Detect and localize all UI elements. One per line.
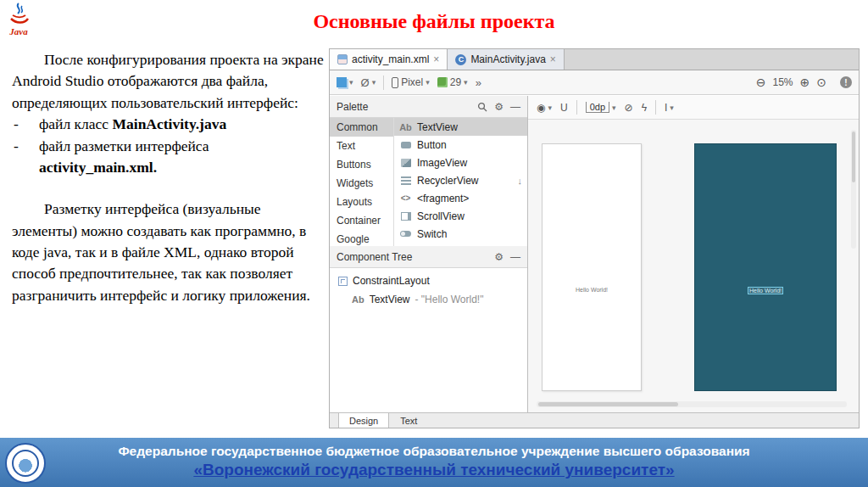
close-icon[interactable]: × bbox=[550, 54, 556, 64]
scrollview-icon bbox=[399, 212, 412, 221]
toolbar-overflow-icon[interactable]: » bbox=[476, 76, 481, 89]
component-tree-panel: Component Tree ⚙ — ConstraintLayout Ab T… bbox=[330, 246, 527, 412]
blueprint-preview-phone[interactable]: Hello World! bbox=[694, 143, 837, 391]
category-layouts[interactable]: Layouts bbox=[330, 193, 393, 211]
editor-mode-tabs: Design Text bbox=[330, 412, 859, 428]
hello-world-text[interactable]: Hello World! bbox=[576, 287, 608, 293]
tree-item-constraintlayout[interactable]: ConstraintLayout bbox=[330, 271, 527, 290]
zoom-fit-icon[interactable]: ⊙ bbox=[816, 76, 826, 88]
palette-components: Ab TextView Button ImageView bbox=[394, 118, 527, 246]
bullet-mainactivity: - файл класс MainActivity.java bbox=[12, 114, 327, 135]
footer-institution-line: Федеральное государственное бюджетное об… bbox=[0, 444, 868, 459]
textview-icon: Ab bbox=[352, 294, 364, 305]
bullet-activity-main: - файл разметки интерфейса activity_main… bbox=[12, 136, 327, 179]
api-level-icon bbox=[437, 77, 448, 87]
search-icon[interactable] bbox=[477, 102, 487, 112]
category-common[interactable]: Common bbox=[330, 118, 393, 137]
recyclerview-icon bbox=[399, 176, 412, 185]
margin-value: 0dp bbox=[586, 102, 609, 113]
category-widgets[interactable]: Widgets bbox=[330, 174, 393, 193]
close-icon[interactable]: × bbox=[433, 54, 439, 64]
minimize-icon[interactable]: — bbox=[510, 252, 520, 262]
hello-world-text-selected[interactable]: Hello World! bbox=[748, 287, 783, 294]
palette-panel: Palette ⚙ — Common Text Buttons bbox=[330, 96, 527, 246]
body-text: После конфигурирования проекта на экране… bbox=[12, 49, 327, 306]
chevron-down-icon: ▾ bbox=[464, 78, 468, 87]
component-textview[interactable]: Ab TextView bbox=[394, 118, 527, 136]
tree-item-label: TextView bbox=[370, 294, 410, 305]
guideline-icon: I bbox=[665, 102, 667, 114]
tab-activity-main-xml[interactable]: activity_main.xml × bbox=[330, 49, 448, 70]
zoom-out-icon[interactable]: ⊖ bbox=[756, 76, 766, 88]
guidelines-selector[interactable]: I ▾ bbox=[665, 102, 674, 114]
category-buttons[interactable]: Buttons bbox=[330, 155, 393, 174]
bullet-text: файл класс MainActivity.java bbox=[39, 115, 226, 132]
scrollbar-thumb[interactable] bbox=[852, 132, 855, 182]
design-surface-toolbar: ◉ ▾ U 0dp ▾ ⊘ ϟ I bbox=[528, 96, 859, 120]
component-button[interactable]: Button bbox=[394, 136, 527, 154]
component-tree-title: Component Tree bbox=[337, 251, 412, 263]
gear-icon[interactable]: ⚙ bbox=[494, 252, 504, 262]
device-selector[interactable]: Pixel ▾ bbox=[392, 76, 430, 88]
component-tree-body: ConstraintLayout Ab TextView - "Hello Wo… bbox=[330, 268, 527, 412]
minimize-icon[interactable]: — bbox=[510, 102, 520, 112]
component-imageview[interactable]: ImageView bbox=[394, 154, 527, 171]
fragment-icon: <> bbox=[399, 193, 412, 203]
toolbar-divider bbox=[576, 100, 577, 115]
vertical-scrollbar[interactable] bbox=[851, 130, 856, 249]
android-studio-window: activity_main.xml × C MainActivity.java … bbox=[329, 48, 860, 428]
component-label: ScrollView bbox=[417, 210, 465, 222]
zoom-in-icon[interactable]: ⊕ bbox=[800, 76, 810, 88]
render-issues-icon[interactable]: ! bbox=[840, 76, 852, 88]
component-switch[interactable]: Switch bbox=[394, 225, 527, 243]
university-logo bbox=[5, 443, 46, 484]
tree-item-textview[interactable]: Ab TextView - "Hello World!" bbox=[330, 290, 527, 309]
bullet-dash: - bbox=[14, 136, 19, 157]
component-label: Button bbox=[417, 139, 447, 151]
layout-file-icon bbox=[337, 54, 348, 64]
design-canvas[interactable]: Hello World! Hello World! bbox=[528, 120, 859, 412]
orientation-selector[interactable]: Ø ▾ bbox=[361, 77, 376, 88]
autoconnect-toggle[interactable]: U bbox=[560, 102, 568, 114]
bullet-text: файл разметки интерфейса activity_main.x… bbox=[39, 137, 209, 176]
view-options-selector[interactable]: ◉ ▾ bbox=[537, 102, 552, 114]
mainactivity-filename: MainActivity.java bbox=[113, 115, 227, 132]
tab-label: MainActivity.java bbox=[470, 53, 545, 65]
download-icon: ↓ bbox=[518, 176, 523, 186]
component-fragment[interactable]: <> <fragment> bbox=[394, 189, 527, 207]
design-preview-phone[interactable]: Hello World! bbox=[542, 143, 642, 391]
category-text[interactable]: Text bbox=[330, 137, 393, 155]
component-label: ImageView bbox=[417, 157, 467, 169]
category-container[interactable]: Container bbox=[330, 211, 393, 230]
chevron-down-icon: ▾ bbox=[612, 104, 616, 112]
component-tree-header-icons: ⚙ — bbox=[494, 252, 520, 262]
scrollbar-thumb[interactable] bbox=[538, 402, 678, 406]
clear-constraints-button[interactable]: ⊘ bbox=[625, 102, 633, 114]
default-margins-selector[interactable]: 0dp ▾ bbox=[586, 102, 616, 113]
horizontal-scrollbar[interactable] bbox=[537, 401, 847, 407]
zoom-level: 15% bbox=[773, 76, 793, 88]
palette-categories: Common Text Buttons Widgets Layouts Cont… bbox=[330, 118, 394, 246]
left-panel-column: Palette ⚙ — Common Text Buttons bbox=[330, 96, 528, 412]
component-label: TextView bbox=[417, 121, 458, 133]
bullet-dash: - bbox=[14, 114, 19, 135]
tab-label: activity_main.xml bbox=[352, 53, 429, 65]
design-surface-area: ◉ ▾ U 0dp ▾ ⊘ ϟ I bbox=[528, 96, 859, 412]
gear-icon[interactable]: ⚙ bbox=[494, 102, 504, 112]
category-google[interactable]: Google bbox=[330, 230, 393, 246]
magnet-icon: U bbox=[560, 102, 568, 114]
orientation-icon: Ø bbox=[361, 77, 370, 88]
api-level-selector[interactable]: 29 ▾ bbox=[437, 76, 468, 88]
chevron-down-icon: ▾ bbox=[372, 78, 376, 87]
textview-icon: Ab bbox=[399, 122, 412, 132]
eye-icon: ◉ bbox=[537, 102, 545, 114]
tab-design[interactable]: Design bbox=[338, 413, 389, 428]
design-main-toolbar: ▾ Ø ▾ Pixel ▾ 29 ▾ » ⊖ 15% ⊕ ⊙ ! bbox=[330, 70, 859, 95]
constraintlayout-icon bbox=[338, 277, 348, 286]
design-surface-selector[interactable]: ▾ bbox=[337, 77, 353, 87]
infer-constraints-button[interactable]: ϟ bbox=[642, 102, 647, 114]
component-scrollview[interactable]: ScrollView bbox=[394, 207, 527, 225]
component-recyclerview[interactable]: RecyclerView ↓ bbox=[394, 171, 527, 189]
tab-text[interactable]: Text bbox=[389, 413, 428, 428]
tab-mainactivity-java[interactable]: C MainActivity.java × bbox=[448, 49, 565, 70]
